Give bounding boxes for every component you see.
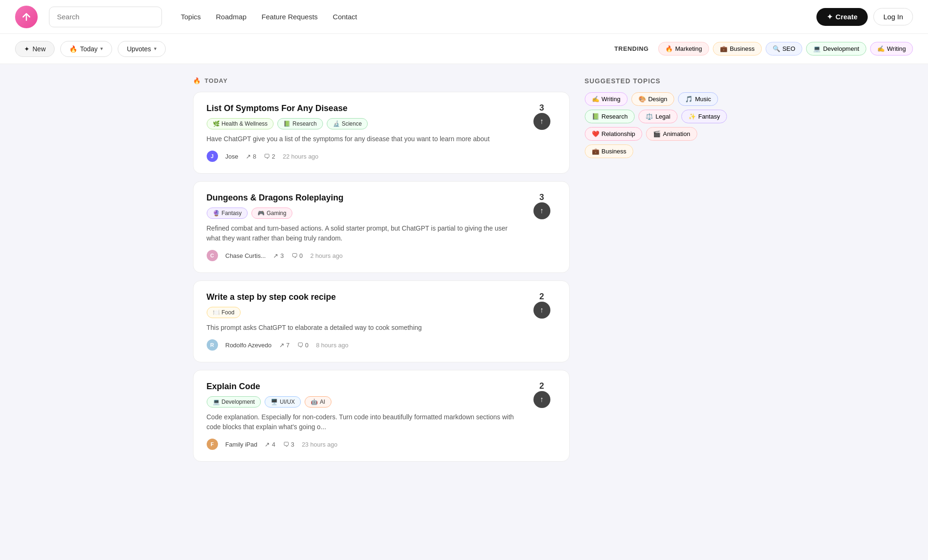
prompt-card: List Of Symptoms For Any Disease 🌿 Healt…: [193, 92, 570, 174]
upvote-count: 8: [253, 153, 256, 160]
prompt-tag[interactable]: 🔮 Fantasy: [207, 208, 248, 219]
tag-emoji: 📗: [592, 113, 599, 120]
prompt-tag[interactable]: 🍽️ Food: [207, 307, 241, 318]
nav-feature-requests[interactable]: Feature Requests: [262, 13, 318, 21]
suggested-tag-business[interactable]: 💼Business: [585, 144, 634, 158]
prompt-description: Have ChatGPT give you a list of the symp…: [207, 134, 518, 144]
vote-arrow-icon[interactable]: ↑: [533, 302, 550, 319]
upvote-stat: ↗ 7: [279, 342, 290, 349]
prompt-title[interactable]: List Of Symptoms For Any Disease: [207, 104, 518, 113]
suggested-tag-music[interactable]: 🎵Music: [678, 92, 718, 106]
suggested-tag-animation[interactable]: 🎬Animation: [646, 127, 697, 141]
prompt-tags: 🔮 Fantasy 🎮 Gaming: [207, 208, 518, 219]
tag-emoji: 🖥️: [271, 399, 278, 405]
prompt-tag[interactable]: 🎮 Gaming: [251, 208, 292, 219]
header-actions: ✦ Create Log In: [816, 8, 913, 26]
prompt-meta: R Rodolfo Azevedo ↗ 7 🗨 0 8 hours ago: [207, 339, 518, 351]
tag-label: Research: [292, 120, 316, 127]
upvote-stat: ↗ 8: [246, 153, 256, 160]
vote-arrow-icon[interactable]: ↑: [533, 202, 550, 219]
vote-button[interactable]: 2 ↑: [528, 292, 556, 319]
today-filter-button[interactable]: 🔥 Today ▾: [60, 41, 112, 57]
prompt-content: Write a step by step cook recipe 🍽️ Food…: [207, 292, 518, 351]
logo[interactable]: [15, 6, 38, 28]
prompt-tags: 🍽️ Food: [207, 307, 518, 318]
prompt-tag[interactable]: 🤖 AI: [305, 396, 331, 408]
suggested-tag-design[interactable]: 🎨Design: [631, 92, 674, 106]
tag-label: Relationship: [602, 130, 636, 137]
trending-tag-development[interactable]: 💻Development: [806, 42, 866, 56]
prompt-content: List Of Symptoms For Any Disease 🌿 Healt…: [207, 104, 518, 162]
feed-container: List Of Symptoms For Any Disease 🌿 Healt…: [193, 92, 570, 462]
tag-label: Fantasy: [698, 113, 720, 120]
nav-contact[interactable]: Contact: [333, 13, 357, 21]
tag-label: SEO: [783, 45, 795, 52]
vote-button[interactable]: 3 ↑: [528, 193, 556, 219]
suggested-tag-legal[interactable]: ⚖️Legal: [638, 110, 678, 123]
vote-count: 3: [539, 104, 544, 112]
upvote-count: 4: [272, 441, 275, 448]
suggested-tag-writing[interactable]: ✍️Writing: [585, 92, 628, 106]
nav-topics[interactable]: Topics: [181, 13, 201, 21]
tag-label: Business: [730, 45, 755, 52]
trending-tags: 🔥Marketing💼Business🔍SEO💻Development✍️Wri…: [658, 42, 913, 56]
avatar: C: [207, 250, 218, 261]
comment-stat: 🗨 2: [264, 153, 275, 160]
vote-arrow-icon[interactable]: ↑: [533, 113, 550, 130]
tag-label: Fantasy: [222, 210, 242, 216]
upvotes-label: Upvotes: [127, 45, 151, 53]
trending-tag-writing[interactable]: ✍️Writing: [870, 42, 913, 56]
prompt-meta: J Jose ↗ 8 🗨 2 22 hours ago: [207, 151, 518, 162]
login-button[interactable]: Log In: [873, 8, 913, 25]
chevron-down-icon: ▾: [154, 46, 157, 52]
new-filter-button[interactable]: ✦ New: [15, 41, 55, 57]
suggested-tag-research[interactable]: 📗Research: [585, 110, 635, 123]
suggested-tag-fantasy[interactable]: ✨Fantasy: [681, 110, 727, 123]
tag-label: Health & Wellness: [222, 120, 268, 127]
author-name[interactable]: Rodolfo Azevedo: [226, 342, 272, 349]
prompt-title[interactable]: Write a step by step cook recipe: [207, 292, 518, 302]
comment-count: 3: [291, 441, 294, 448]
tag-emoji: 🔥: [665, 45, 673, 52]
comment-stat: 🗨 0: [297, 342, 308, 349]
comment-stat: 🗨 3: [283, 441, 294, 448]
feed-column: 🔥 TODAY List Of Symptoms For Any Disease…: [193, 77, 570, 469]
trending-tag-seo[interactable]: 🔍SEO: [766, 42, 802, 56]
prompt-tags: 💻 Development 🖥️ UI/UX 🤖 AI: [207, 396, 518, 408]
trending-tag-marketing[interactable]: 🔥Marketing: [658, 42, 709, 56]
vote-button[interactable]: 2 ↑: [528, 382, 556, 408]
comment-count: 0: [305, 342, 308, 349]
suggested-tag-relationship[interactable]: ❤️Relationship: [585, 127, 643, 141]
vote-arrow-icon[interactable]: ↑: [533, 391, 550, 408]
prompt-tag[interactable]: 💻 Development: [207, 396, 261, 408]
prompt-content: Explain Code 💻 Development 🖥️ UI/UX 🤖 AI…: [207, 382, 518, 450]
create-button[interactable]: ✦ Create: [816, 8, 868, 26]
prompt-title[interactable]: Explain Code: [207, 382, 518, 392]
trending-tag-business[interactable]: 💼Business: [713, 42, 762, 56]
tag-emoji: 🔬: [333, 120, 340, 127]
fire-icon: 🔥: [69, 45, 77, 53]
author-name[interactable]: Jose: [226, 153, 238, 160]
avatar: R: [207, 339, 218, 351]
prompt-tag[interactable]: 🖥️ UI/UX: [265, 396, 301, 408]
prompt-tag[interactable]: 📗 Research: [277, 118, 323, 129]
prompt-description: This prompt asks ChatGPT to elaborate a …: [207, 323, 518, 333]
vote-button[interactable]: 3 ↑: [528, 104, 556, 130]
prompt-tag[interactable]: 🔬 Science: [327, 118, 368, 129]
prompt-card: Dungeons & Dragons Roleplaying 🔮 Fantasy…: [193, 181, 570, 273]
upvote-stat: ↗ 4: [265, 441, 275, 448]
vote-count: 2: [539, 382, 544, 390]
prompt-tag[interactable]: 🌿 Health & Wellness: [207, 118, 274, 129]
nav-links: Topics Roadmap Feature Requests Contact: [181, 13, 816, 21]
author-name[interactable]: Chase Curtis...: [226, 252, 266, 259]
tag-label: AI: [320, 399, 325, 405]
search-input[interactable]: [49, 7, 162, 27]
vote-count: 3: [539, 193, 544, 201]
tag-emoji: ✍️: [592, 96, 599, 103]
tag-label: Legal: [655, 113, 670, 120]
nav-roadmap[interactable]: Roadmap: [216, 13, 247, 21]
prompt-title[interactable]: Dungeons & Dragons Roleplaying: [207, 193, 518, 203]
comment-icon: 🗨: [291, 252, 298, 259]
author-name[interactable]: Family iPad: [226, 441, 258, 448]
upvotes-filter-button[interactable]: Upvotes ▾: [118, 41, 165, 57]
